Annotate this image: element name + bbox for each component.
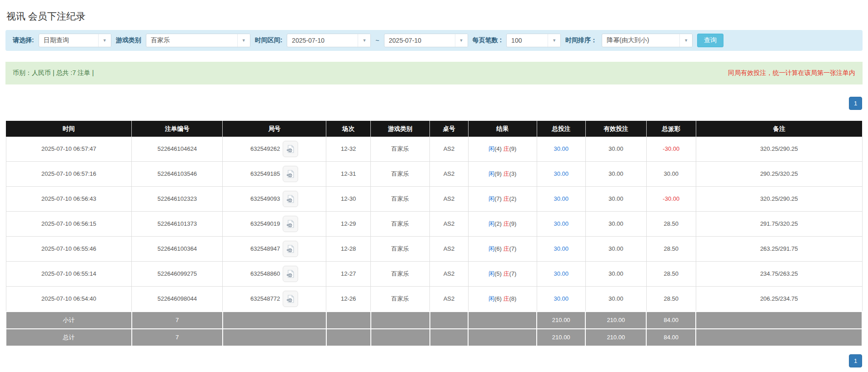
subtotal-empty-cell — [696, 312, 862, 329]
banker-result-label: 庄 — [503, 170, 509, 177]
date-type-select[interactable]: 日期查询 ▼ — [39, 34, 111, 47]
col-header-result: 结果 — [468, 121, 537, 137]
total-bet-link[interactable]: 30.00 — [537, 161, 585, 186]
col-header-table-no: 桌号 — [430, 121, 469, 137]
subtotal-total-bet: 210.00 — [537, 312, 585, 329]
pagination-top: 1 — [5, 97, 863, 110]
round-id: 632548772 — [250, 295, 280, 302]
player-result-score: (5) — [494, 270, 502, 277]
film-reel-icon — [286, 269, 295, 278]
table-row: 2025-07-10 06:54:40 522646098044 6325487… — [6, 286, 862, 312]
game-category-select[interactable]: 百家乐 ▼ — [146, 34, 250, 47]
table-no: AS2 — [430, 186, 469, 211]
col-header-bet-id: 注单编号 — [132, 121, 223, 137]
table-footer: 小计 7 210.00 210.00 84.00 总计 7 2 — [6, 312, 862, 346]
date-from-select[interactable]: 2025-07-10 ▼ — [287, 34, 371, 47]
date-from-value: 2025-07-10 — [287, 34, 358, 47]
total-empty-cell — [223, 329, 326, 346]
banker-result-score: (9) — [509, 145, 516, 152]
bet-time: 2025-07-10 06:57:16 — [6, 161, 132, 186]
session-no: 12-27 — [326, 261, 371, 286]
bet-time: 2025-07-10 06:55:46 — [6, 236, 132, 261]
banker-result-score: (3) — [509, 170, 516, 177]
subtotal-empty-cell — [326, 312, 371, 329]
bet-id: 522646100364 — [132, 236, 223, 261]
page-size-label: 每页笔数 : — [473, 36, 502, 45]
banker-result-label: 庄 — [503, 195, 509, 202]
date-to-select[interactable]: 2025-07-10 ▼ — [384, 34, 468, 47]
total-empty-cell — [326, 329, 371, 346]
video-replay-button[interactable] — [283, 166, 298, 182]
round-id: 632549185 — [250, 170, 280, 177]
chevron-down-icon: ▼ — [358, 34, 370, 47]
chevron-down-icon: ▼ — [548, 34, 560, 47]
round-cell: 632549185 — [223, 161, 326, 186]
valid-bet: 30.00 — [585, 286, 646, 312]
date-to-value: 2025-07-10 — [384, 34, 455, 47]
video-replay-button[interactable] — [283, 191, 298, 207]
bet-id: 522646098044 — [132, 286, 223, 312]
total-bet-link[interactable]: 30.00 — [537, 261, 585, 286]
subtotal-row: 小计 7 210.00 210.00 84.00 — [6, 312, 862, 329]
col-header-remark: 备注 — [696, 121, 862, 137]
page-title: 视讯 会员下注纪录 — [6, 10, 863, 23]
banker-result-score: (7) — [509, 245, 516, 252]
total-empty-cell — [468, 329, 537, 346]
payout: 28.50 — [646, 236, 696, 261]
payout: 28.50 — [646, 211, 696, 236]
session-no: 12-31 — [326, 161, 371, 186]
bet-id: 522646101373 — [132, 211, 223, 236]
table-row: 2025-07-10 06:57:16 522646103546 6325491… — [6, 161, 862, 186]
bet-records-table: 时间 注单编号 局号 场次 游戏类别 桌号 结果 总投注 有效投注 总派彩 备注… — [5, 121, 863, 347]
page-1-button[interactable]: 1 — [849, 354, 862, 367]
total-bet-link[interactable]: 30.00 — [537, 137, 585, 162]
table-row: 2025-07-10 06:56:43 522646102323 6325490… — [6, 186, 862, 211]
round-cell: 632548947 — [223, 236, 326, 261]
round-cell: 632549019 — [223, 211, 326, 236]
player-result-label: 闲 — [489, 220, 494, 227]
bet-time: 2025-07-10 06:56:15 — [6, 211, 132, 236]
total-bet-link[interactable]: 30.00 — [537, 211, 585, 236]
subtotal-count: 7 — [132, 312, 223, 329]
total-total-bet: 210.00 — [537, 329, 585, 346]
bet-time: 2025-07-10 06:55:14 — [6, 261, 132, 286]
col-header-game-type: 游戏类别 — [371, 121, 430, 137]
player-result-label: 闲 — [489, 270, 494, 277]
remark: 291.75/320.25 — [696, 211, 862, 236]
search-button[interactable]: 查询 — [697, 34, 723, 47]
game-type: 百家乐 — [371, 236, 430, 261]
remark: 234.75/263.25 — [696, 261, 862, 286]
filter-bar: 请选择: 日期查询 ▼ 游戏类别 百家乐 ▼ 时间区间: 2025-07-10 … — [5, 30, 863, 51]
valid-bet: 30.00 — [585, 261, 646, 286]
valid-bet-note: 同局有效投注，统一计算在该局第一张注单内 — [728, 69, 855, 77]
film-reel-icon — [286, 144, 295, 154]
valid-bet: 30.00 — [585, 236, 646, 261]
film-reel-icon — [286, 244, 295, 253]
game-type: 百家乐 — [371, 161, 430, 186]
video-replay-button[interactable] — [283, 291, 298, 307]
banker-result-score: (8) — [509, 295, 516, 302]
round-id: 632548947 — [250, 245, 280, 252]
total-label: 总计 — [6, 329, 132, 346]
total-bet-link[interactable]: 30.00 — [537, 236, 585, 261]
date-range-label: 时间区间: — [255, 36, 283, 45]
valid-bet: 30.00 — [585, 137, 646, 162]
date-type-label: 请选择: — [13, 36, 34, 45]
video-replay-button[interactable] — [283, 141, 298, 157]
total-bet-link[interactable]: 30.00 — [537, 186, 585, 211]
video-replay-button[interactable] — [283, 241, 298, 257]
table-header: 时间 注单编号 局号 场次 游戏类别 桌号 结果 总投注 有效投注 总派彩 备注 — [6, 121, 862, 137]
film-reel-icon — [286, 219, 295, 228]
total-bet-link[interactable]: 30.00 — [537, 286, 585, 312]
currency-total-text: 币别：人民币 | 总共 :7 注单 | — [13, 69, 94, 77]
video-replay-button[interactable] — [283, 216, 298, 232]
banker-result-score: (2) — [509, 195, 516, 202]
game-type: 百家乐 — [371, 211, 430, 236]
col-header-total-bet: 总投注 — [537, 121, 585, 137]
page-size-select[interactable]: 100 ▼ — [506, 34, 561, 47]
valid-bet: 30.00 — [585, 186, 646, 211]
sort-order-select[interactable]: 降幂(由大到小) ▼ — [602, 34, 693, 47]
page-1-button[interactable]: 1 — [849, 97, 862, 110]
subtotal-empty-cell — [430, 312, 469, 329]
video-replay-button[interactable] — [283, 266, 298, 282]
